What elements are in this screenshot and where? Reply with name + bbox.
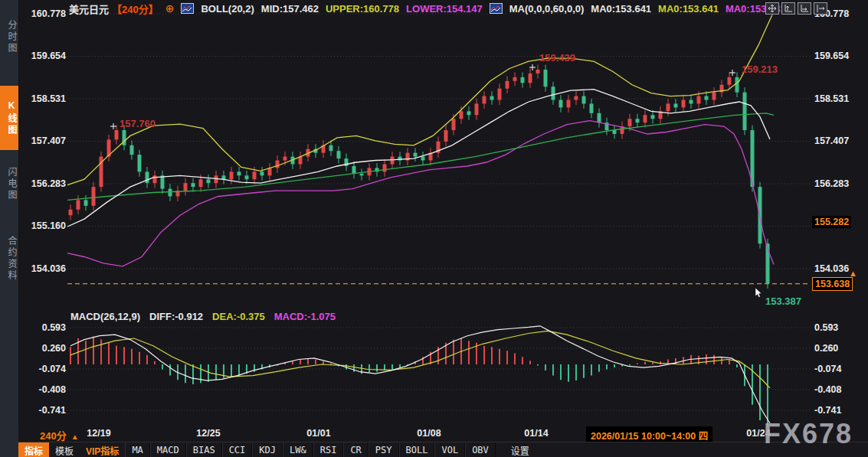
macd-axis-label: -0.074 xyxy=(814,364,860,374)
macd-params-label: MACD(26,12,9) xyxy=(70,311,140,322)
mouse-cursor xyxy=(755,288,762,297)
macd-header: MACD(26,12,9) DIFF:-0.912 DEA:-0.375 MAC… xyxy=(70,311,336,322)
x-axis-label: 12/25 xyxy=(196,428,220,439)
toolbar-item-kdj[interactable]: KDJ xyxy=(252,442,283,457)
macd-axis-label: -0.741 xyxy=(23,405,66,416)
pan-right-icon[interactable] xyxy=(814,2,827,15)
price-axis-label: 157.407 xyxy=(814,135,860,146)
x-axis-row: 240分▲ 12/19 12/25 01/01 01/08 01/14 01/2… xyxy=(18,426,868,442)
chart-style-icon[interactable] xyxy=(181,3,194,14)
price-axis-label: 154.036 xyxy=(23,263,66,274)
toolbar-item-cci[interactable]: CCI xyxy=(222,442,253,457)
macd-axis-label: -0.408 xyxy=(814,384,860,395)
boll-upper-value: UPPER:160.778 xyxy=(326,3,399,15)
price-axis-label: 158.531 xyxy=(23,93,66,104)
toolbar-item-obv[interactable]: OBV xyxy=(465,442,496,457)
price-annotation: 159.213 xyxy=(742,64,778,75)
ma-params-label: MA(0,0,0,60,0,0) xyxy=(509,3,585,15)
toolbar-item-lwr[interactable]: LW& xyxy=(283,442,313,457)
move-tool-icon[interactable] xyxy=(765,2,779,15)
macd-axis-label: 0.593 xyxy=(23,322,66,333)
price-badge-reference: 155.282 xyxy=(812,216,851,228)
price-badge-last: 153.638 xyxy=(812,277,853,291)
toolbar-item-rsi[interactable]: RSI xyxy=(313,442,344,457)
macd-axis-label: 0.593 xyxy=(814,322,860,333)
macd-axis-label: 0.260 xyxy=(814,343,860,354)
scale-y-axis-icon[interactable] xyxy=(781,2,795,15)
price-annotation: 159.439 xyxy=(539,52,575,64)
toolbar-item-settings[interactable]: 设置 xyxy=(505,442,536,457)
line-boll_upper xyxy=(67,15,772,184)
toolbar-item-boll[interactable]: BOLL xyxy=(399,442,435,457)
ma0-value-1: MA0:153.641 xyxy=(591,3,651,15)
boll-label: BOLL(20,2) xyxy=(201,3,254,15)
macd-axis-label: -0.074 xyxy=(23,364,66,374)
candlesticks xyxy=(69,65,770,289)
x-axis-label: 01/14 xyxy=(524,428,548,439)
toolbar-item-bias[interactable]: BIAS xyxy=(186,442,222,457)
ma-style-icon[interactable] xyxy=(490,3,503,14)
macd-diff-value: DIFF:-0.912 xyxy=(149,311,203,322)
toolbar-item-vip-indicator[interactable]: VIP指标 xyxy=(80,442,125,457)
x-axis-label: 12/19 xyxy=(87,428,110,439)
boll-mid-value: MID:157.462 xyxy=(261,3,319,15)
chart-toolbuttons xyxy=(765,2,827,15)
macd-macd-value: MACD:-1.075 xyxy=(274,311,336,322)
macd-axis-label: 0.260 xyxy=(23,343,66,354)
indicator-toolbar: 指标 模板 VIP指标 MA MACD BIAS CCI KDJ LW& RSI… xyxy=(18,442,868,457)
macd-histogram xyxy=(70,337,768,426)
fx678-watermark: FX678 xyxy=(764,418,853,450)
toolbar-item-cr[interactable]: CR xyxy=(343,442,368,457)
toolbar-item-ma[interactable]: MA xyxy=(125,442,149,457)
price-up-arrow-icon: ▲ xyxy=(849,269,857,278)
macd-diff-line xyxy=(70,326,770,423)
period-arrow-icon: ▲ xyxy=(71,433,79,441)
app-window: 157.760159.439159.213153.387 分时图 K线图 闪电图… xyxy=(0,0,868,457)
price-chart-canvas[interactable]: 157.760159.439159.213153.387 xyxy=(0,0,868,457)
price-axis-label: 159.654 xyxy=(23,51,66,61)
ma0-value-2: MA0:153.641 xyxy=(658,3,719,15)
target-icon[interactable]: ⊕ xyxy=(165,4,175,13)
x-axis-label: 01/08 xyxy=(417,428,441,439)
x-axis-label: 01/01 xyxy=(306,428,330,439)
symbol-name: 美元日元 xyxy=(69,2,109,16)
macd-axis-label: -0.741 xyxy=(814,405,860,416)
scale-x-axis-icon[interactable] xyxy=(798,2,811,15)
price-annotation: 153.387 xyxy=(765,295,801,307)
price-axis-label: 158.531 xyxy=(814,93,860,104)
price-axis-label: 157.407 xyxy=(23,135,66,146)
price-axis-label: 156.283 xyxy=(814,178,860,189)
price-axis-label: 159.654 xyxy=(814,51,860,61)
macd-axis-label: -0.408 xyxy=(23,384,66,395)
period-label: 【240分】 xyxy=(112,2,159,16)
chart-header: 美元日元 【240分】 ⊕ BOLL(20,2) MID:157.462 UPP… xyxy=(69,2,786,15)
price-axis-label: 160.778 xyxy=(23,8,66,19)
price-annotation: 157.760 xyxy=(120,118,156,129)
toolbar-item-template[interactable]: 模板 xyxy=(49,442,80,457)
price-axis-label: 156.283 xyxy=(23,178,66,189)
toolbar-item-indicator[interactable]: 指标 xyxy=(18,442,49,457)
price-axis-label: 155.160 xyxy=(23,220,66,231)
macd-dea-value: DEA:-0.375 xyxy=(212,311,265,322)
period-selector[interactable]: 240分▲ xyxy=(40,428,79,442)
line-boll_lower xyxy=(67,121,774,266)
toolbar-item-macd[interactable]: MACD xyxy=(150,442,186,457)
boll-lower-value: LOWER:154.147 xyxy=(406,3,483,15)
toolbar-item-vol[interactable]: VOL xyxy=(434,442,465,457)
line-boll_mid xyxy=(67,90,770,227)
toolbar-item-psy[interactable]: PSY xyxy=(368,442,399,457)
